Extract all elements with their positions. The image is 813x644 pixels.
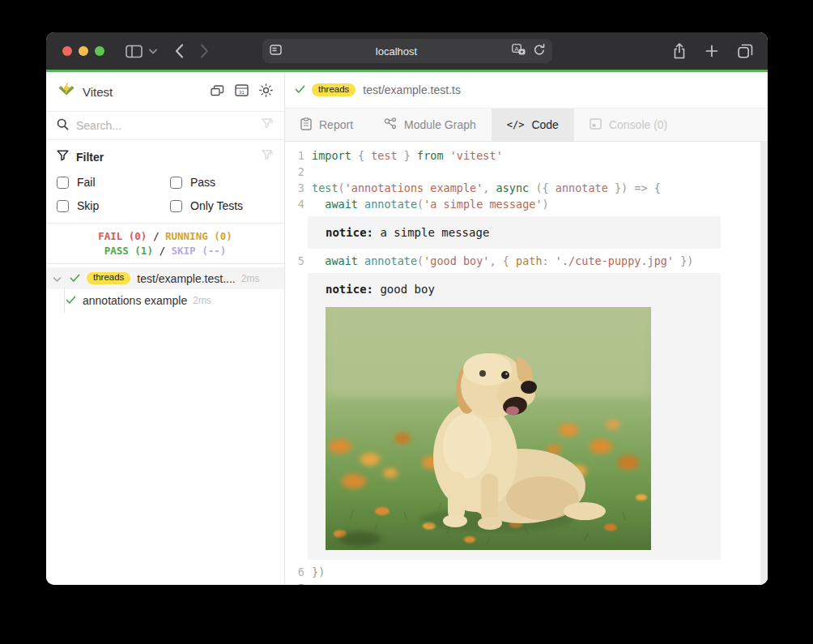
tab-label: Code <box>531 118 558 131</box>
clear-search-icon[interactable] <box>262 118 274 133</box>
checkbox-label: Fail <box>77 176 96 189</box>
sidebar-toggle-icon[interactable] <box>126 45 143 58</box>
tree-row-test[interactable]: annotations example 2ms <box>46 289 284 311</box>
checkbox-box[interactable] <box>57 200 69 212</box>
tab-report[interactable]: Report <box>285 109 368 141</box>
code-line: 3test('annotations example', async ({ an… <box>292 180 768 196</box>
check-icon <box>66 294 76 307</box>
test-tree: threads test/example.test.... 2ms annota… <box>46 267 284 311</box>
page-settings-icon[interactable] <box>270 44 282 58</box>
test-status-summary: FAIL (0) / RUNNING (0) PASS (1) / SKIP (… <box>46 224 284 264</box>
url-text: localhost <box>282 45 512 58</box>
collapse-windows-icon[interactable] <box>211 84 224 100</box>
checkbox-label: Pass <box>190 176 215 189</box>
notice-label: notice: <box>326 226 373 239</box>
code-lines: 1import { test } from 'vitest'23test('an… <box>292 147 768 585</box>
share-icon[interactable] <box>673 43 686 59</box>
notice-text: good boy <box>373 283 435 296</box>
pool-badge: threads <box>87 272 130 285</box>
search-bar <box>46 112 284 140</box>
filter-options: Fail Pass Skip Only Tests <box>57 176 274 212</box>
tab-label: Module Graph <box>404 118 476 131</box>
checkbox-label: Skip <box>77 199 99 212</box>
zoom-button[interactable] <box>95 46 104 56</box>
search-input[interactable] <box>76 119 262 132</box>
tab-overview-icon[interactable] <box>738 44 753 58</box>
checkbox-label: Only Tests <box>190 199 243 212</box>
annotation-notice: notice: a simple message <box>308 216 721 249</box>
sidebar-header: Vitest 31 <box>46 72 284 112</box>
line-number: 7 <box>292 580 304 585</box>
code-line: 7 <box>292 580 768 585</box>
search-icon <box>57 118 69 134</box>
separator: / <box>153 230 160 242</box>
tree-row-file[interactable]: threads test/example.test.... 2ms <box>46 267 284 289</box>
checkbox-skip[interactable]: Skip <box>57 199 170 212</box>
line-number: 3 <box>292 180 304 196</box>
translate-icon[interactable]: A★ <box>512 44 526 58</box>
notice-text: a simple message <box>373 226 489 239</box>
annotation-notice: notice: good boy <box>308 273 721 560</box>
browser-toolbar: localhost A★ <box>46 32 768 70</box>
file-header: threads test/example.test.ts <box>285 72 768 109</box>
code-line: 6}) <box>292 564 768 580</box>
scrollbar[interactable] <box>760 142 768 585</box>
running-count: RUNNING (0) <box>165 230 232 242</box>
checkbox-box[interactable] <box>170 200 182 212</box>
tab-console[interactable]: Console (0) <box>574 109 683 141</box>
separator: / <box>159 245 165 257</box>
minimize-button[interactable] <box>79 46 88 56</box>
tab-code[interactable]: </> Code <box>492 109 574 141</box>
filter-section: Filter Fail Pass Skip Only Tests <box>46 140 284 224</box>
file-path: test/example.test.ts <box>363 83 461 96</box>
module-graph-icon <box>384 117 397 132</box>
sidebar-header-icons: 31 <box>211 83 273 100</box>
notice-label: notice: <box>326 283 373 296</box>
clear-filter-icon[interactable] <box>262 150 274 164</box>
checkbox-fail[interactable]: Fail <box>57 176 170 189</box>
checkbox-box[interactable] <box>57 177 69 189</box>
code-icon: </> <box>507 119 525 130</box>
test-duration: 2ms <box>241 273 260 284</box>
code-editor[interactable]: 1import { test } from 'vitest'23test('an… <box>285 142 768 585</box>
code-text: await annotate('a simple message') <box>312 196 549 212</box>
tab-module-graph[interactable]: Module Graph <box>368 109 492 141</box>
code-line: 1import { test } from 'vitest' <box>292 147 768 164</box>
line-number: 2 <box>292 164 304 180</box>
close-button[interactable] <box>62 46 72 56</box>
tab-label: Console (0) <box>609 118 667 131</box>
checkbox-only-tests[interactable]: Only Tests <box>170 199 274 212</box>
theme-sun-icon[interactable] <box>259 83 273 100</box>
new-tab-icon[interactable] <box>705 45 718 58</box>
fail-count: FAIL (0) <box>98 230 147 242</box>
test-duration: 2ms <box>193 295 211 306</box>
check-icon <box>295 83 305 97</box>
pool-badge: threads <box>312 83 355 96</box>
code-line: 4 await annotate('a simple message') <box>292 196 768 212</box>
forward-icon[interactable] <box>200 44 209 58</box>
chevron-down-icon[interactable] <box>53 272 62 285</box>
checkbox-box[interactable] <box>170 177 182 189</box>
test-name: annotations example <box>83 294 187 307</box>
toolbar-right-actions <box>673 32 753 70</box>
tree-guide-line <box>64 288 65 313</box>
skip-count: SKIP (--) <box>172 245 227 257</box>
code-text: import { test } from 'vitest' <box>312 147 503 164</box>
svg-text:A: A <box>514 45 519 53</box>
chevron-down-icon[interactable] <box>149 49 157 54</box>
check-icon <box>70 272 80 285</box>
checkbox-pass[interactable]: Pass <box>170 176 274 189</box>
traffic-lights <box>62 46 104 56</box>
filter-funnel-icon <box>57 150 69 164</box>
code-line: 5 await annotate('good boy', { path: './… <box>292 253 768 269</box>
pass-count: PASS (1) <box>104 245 153 257</box>
svg-text:31: 31 <box>239 89 245 94</box>
reload-icon[interactable] <box>534 44 545 59</box>
line-number: 1 <box>292 147 304 164</box>
tab-bar: Report Module Graph </> Code Console <box>285 109 768 142</box>
code-line: 2 <box>292 164 768 180</box>
url-bar[interactable]: localhost A★ <box>262 39 552 63</box>
back-icon[interactable] <box>175 44 184 58</box>
code-text: test('annotations example', async ({ ann… <box>312 180 661 196</box>
dashboard-icon[interactable]: 31 <box>235 84 249 100</box>
